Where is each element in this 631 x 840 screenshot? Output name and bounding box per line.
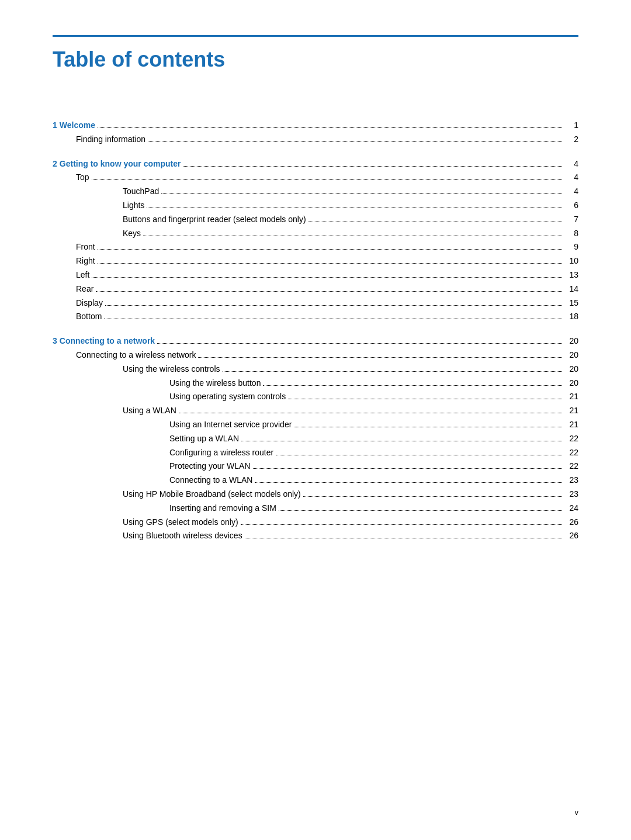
page: 24	[564, 502, 578, 516]
toc-chapter-2: 2 Getting to know your computer 4	[53, 157, 578, 171]
dots	[179, 413, 562, 413]
chapter-2-title: Getting to know your computer	[60, 157, 181, 171]
dots	[183, 166, 562, 167]
toc-entry-using-wireless-controls: Using the wireless controls 20	[53, 362, 578, 376]
toc-entry-bottom: Bottom 18	[53, 310, 578, 324]
dots	[303, 496, 562, 497]
chapter-3-num: 3	[53, 334, 57, 348]
page: 2	[564, 133, 578, 147]
entry-label: Lights	[123, 199, 144, 213]
toc-entry-configure-router: Configuring a wireless router 22	[53, 446, 578, 460]
dots	[98, 249, 562, 250]
entry-label: Finding information	[76, 133, 145, 147]
dots	[255, 482, 562, 483]
page: 20	[564, 348, 578, 362]
page: 9	[564, 240, 578, 254]
entry-label: Buttons and fingerprint reader (select m…	[123, 213, 306, 227]
page: 4	[564, 171, 578, 185]
dots	[288, 399, 562, 399]
dots	[96, 291, 562, 292]
dots	[253, 468, 563, 469]
page: 21	[564, 404, 578, 418]
dots	[294, 427, 562, 427]
toc-chapter-3: 3 Connecting to a network 20	[53, 334, 578, 348]
toc-entry-protect-wlan: Protecting your WLAN 22	[53, 459, 578, 473]
toc-entry-finding-info: Finding information 2	[53, 133, 578, 147]
toc-entry-display: Display 15	[53, 296, 578, 310]
chapter-1-num: 1	[53, 119, 57, 133]
toc-entry-lights: Lights 6	[53, 199, 578, 213]
entry-label: Using HP Mobile Broadband (select models…	[123, 488, 301, 502]
toc-entry-os-controls: Using operating system controls 21	[53, 390, 578, 404]
toc-entry-setup-wlan: Setting up a WLAN 22	[53, 432, 578, 446]
toc-entry-connect-wlan: Connecting to a WLAN 23	[53, 473, 578, 488]
page: 8	[564, 227, 578, 241]
entry-label: Using the wireless button	[169, 376, 261, 390]
toc-section: 1 Welcome 1 Finding information 2 2 Gett…	[53, 119, 578, 543]
entry-label: Using the wireless controls	[123, 362, 220, 376]
dots	[279, 510, 562, 511]
dots	[245, 538, 562, 538]
toc-entry-buttons: Buttons and fingerprint reader (select m…	[53, 213, 578, 227]
entry-label: Rear	[76, 282, 93, 296]
toc-entry-keys: Keys 8	[53, 227, 578, 241]
chapter-1-title: Welcome	[60, 119, 95, 133]
page-title: Table of contents	[53, 47, 578, 72]
page: 13	[564, 268, 578, 282]
toc-chapter-1: 1 Welcome 1	[53, 119, 578, 133]
dots	[161, 193, 562, 194]
toc-entry-sim: Inserting and removing a SIM 24	[53, 502, 578, 516]
dots	[105, 305, 562, 306]
page: 22	[564, 432, 578, 446]
dots	[92, 179, 562, 180]
page: 20	[564, 376, 578, 390]
dots	[92, 277, 562, 278]
page: 6	[564, 199, 578, 213]
entry-label: Bottom	[76, 310, 102, 324]
dots	[98, 263, 562, 264]
chapter-2-num: 2	[53, 157, 57, 171]
dots	[276, 455, 562, 455]
page: 21	[564, 390, 578, 404]
chapter-1-page: 1	[564, 119, 578, 133]
page: 21	[564, 418, 578, 432]
toc-entry-left: Left 13	[53, 268, 578, 282]
entry-label: Setting up a WLAN	[169, 432, 239, 446]
page: 14	[564, 282, 578, 296]
entry-label: TouchPad	[123, 185, 159, 199]
entry-label: Inserting and removing a SIM	[169, 502, 276, 516]
toc-entry-top: Top 4	[53, 171, 578, 185]
page: 15	[564, 296, 578, 310]
page: 23	[564, 488, 578, 502]
toc-entry-rear: Rear 14	[53, 282, 578, 296]
toc-entry-using-wlan: Using a WLAN 21	[53, 404, 578, 418]
entry-label: Left	[76, 268, 89, 282]
dots	[104, 319, 562, 319]
toc-entry-gps: Using GPS (select models only) 26	[53, 516, 578, 530]
dots	[157, 343, 562, 344]
dots	[148, 141, 562, 142]
chapter-3-title: Connecting to a network	[60, 334, 155, 348]
dots	[147, 208, 562, 208]
entry-label: Using GPS (select models only)	[123, 516, 238, 530]
entry-label: Using Bluetooth wireless devices	[123, 529, 242, 543]
entry-label: Connecting to a WLAN	[169, 473, 252, 488]
dots	[241, 524, 562, 525]
dots	[198, 357, 562, 358]
page: 18	[564, 310, 578, 324]
entry-label: Right	[76, 254, 95, 268]
dots	[98, 127, 562, 128]
page: 20	[564, 362, 578, 376]
entry-label: Using operating system controls	[169, 390, 286, 404]
dots	[143, 236, 562, 236]
dots	[308, 222, 562, 222]
toc-entry-right: Right 10	[53, 254, 578, 268]
entry-label: Top	[76, 171, 89, 185]
entry-label: Configuring a wireless router	[169, 446, 273, 460]
dots	[223, 371, 562, 372]
entry-label: Keys	[123, 227, 141, 241]
toc-entry-touchpad: TouchPad 4	[53, 185, 578, 199]
page: 23	[564, 473, 578, 488]
page-footer: v	[575, 808, 579, 817]
footer-page-num: v	[575, 808, 579, 817]
